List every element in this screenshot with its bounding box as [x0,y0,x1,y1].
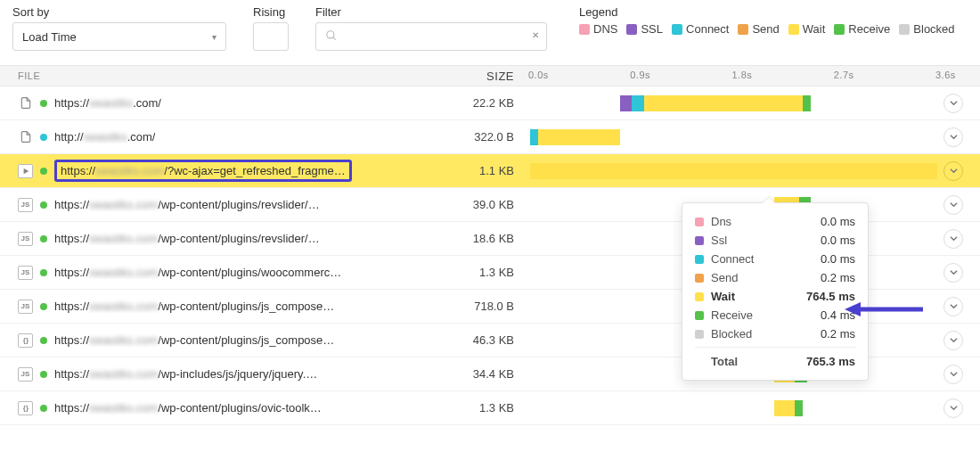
timeline-tick: 1.8s [732,70,753,80]
timing-segment [620,95,633,111]
annotation-arrow [845,299,925,323]
cell-file: { }https://swastiks.com/wp-content/plugi… [0,333,374,348]
filter-text[interactable] [343,29,537,45]
expand-button[interactable] [943,398,963,418]
tooltip-row: Dns0.0 ms [695,212,855,231]
request-url[interactable]: https://swastiks.com/wp-content/plugins/… [54,300,334,313]
svg-point-0 [327,30,334,37]
status-dot [40,269,47,276]
expand-button[interactable] [943,94,963,113]
header-file[interactable]: FILE [0,70,374,81]
cell-file: JShttps://swastiks.com/wp-includes/js/jq… [0,367,374,382]
search-icon [325,29,338,45]
cell-expand [937,331,980,350]
legend-row: DNSSSLConnectSendWaitReceiveBlocked [579,22,955,36]
status-dot [40,303,47,310]
timing-segment [803,95,811,111]
tooltip-row: Receive0.4 ms [695,306,855,324]
request-url[interactable]: https://swastiks.com/?wc-ajax=get_refres… [54,160,352,182]
rows-container: https://swastiks.com/22.2 KBhttp://swast… [0,86,980,425]
table-row[interactable]: https://swastiks.com/22.2 KB [0,86,980,120]
status-dot [40,201,47,209]
expand-button[interactable] [943,195,963,215]
filter-group: Filter ✕ [315,5,547,51]
tooltip-total-row: Total765.3 ms [695,347,855,371]
tooltip-swatch [695,255,704,264]
legend-item: Wait [788,22,826,36]
tooltip-swatch [695,292,704,301]
legend-group: Legend DNSSSLConnectSendWaitReceiveBlock… [579,5,955,36]
cell-size: 18.6 KB [374,232,530,245]
svg-marker-4 [845,302,861,316]
document-icon [18,130,33,144]
js-icon: JS [18,266,33,280]
request-url[interactable]: https://swastiks.com/wp-content/plugins/… [54,333,334,347]
timing-segment [530,163,937,179]
cell-size: 39.0 KB [374,198,530,211]
request-url[interactable]: http://swastiks.com/ [54,130,155,144]
tooltip-value: 0.0 ms [821,215,855,228]
table-row[interactable]: { }https://swastiks.com/wp-content/plugi… [0,391,980,425]
expand-button[interactable] [943,365,963,384]
request-url[interactable]: https://swastiks.com/ [54,96,161,110]
legend-text: Blocked [913,22,954,36]
request-url[interactable]: https://swastiks.com/wp-content/plugins/… [54,198,320,211]
table-row[interactable]: http://swastiks.com/322.0 B [0,120,980,154]
expand-button[interactable] [943,331,963,350]
cell-waterfall [530,391,937,424]
cell-expand [937,195,980,215]
waterfall-table: FILE SIZE 0.0s0.9s1.8s2.7s3.6s https://s… [0,65,980,425]
legend-swatch [672,24,682,35]
cell-size: 22.2 KB [374,96,530,110]
tooltip-name: Blocked [711,327,752,341]
legend-item: Receive [834,22,890,36]
rising-label: Rising [253,5,289,19]
request-url[interactable]: https://swastiks.com/wp-content/plugins/… [54,266,341,279]
legend-item: Blocked [899,22,954,36]
timeline-tick: 2.7s [834,70,854,80]
sort-by-label: Sort by [12,5,226,19]
status-dot [40,405,47,412]
sort-by-group: Sort by Load Time ▾ [12,5,226,51]
legend-swatch [738,24,748,35]
cell-expand [937,263,980,283]
cell-file: https://swastiks.com/ [0,96,374,111]
legend-swatch [899,24,910,35]
cell-expand [937,398,980,418]
timing-segment [538,129,619,145]
expand-button[interactable] [943,229,963,249]
cell-file: { }https://swastiks.com/wp-content/plugi… [0,401,374,415]
clear-icon[interactable]: ✕ [532,30,539,40]
request-url[interactable]: https://swastiks.com/wp-content/plugins/… [54,232,320,245]
tooltip-value: 0.2 ms [821,327,855,341]
tooltip-total-value: 765.3 ms [806,355,855,368]
timing-segment [530,129,538,145]
table-row[interactable]: https://swastiks.com/?wc-ajax=get_refres… [0,154,980,188]
expand-button[interactable] [943,127,963,147]
timeline-tick: 0.9s [630,70,650,80]
cell-size: 46.3 KB [374,333,530,347]
js-icon: JS [18,367,33,382]
header-size[interactable]: SIZE [374,70,530,83]
expand-button[interactable] [943,263,963,283]
cell-size: 718.0 B [374,300,530,313]
expand-button[interactable] [943,297,963,316]
cell-expand [937,365,980,384]
request-url[interactable]: https://swastiks.com/wp-includes/js/jque… [54,367,317,381]
cell-size: 34.4 KB [374,367,530,381]
xhr-icon [18,164,33,178]
tooltip-swatch [695,311,704,320]
timing-segment [632,95,644,111]
cell-expand [937,94,980,113]
document-icon [18,96,33,111]
tooltip-value: 0.0 ms [821,234,855,247]
cell-size: 1.3 KB [374,266,530,279]
expand-button[interactable] [943,161,963,181]
tooltip-value: 0.0 ms [821,252,855,266]
sort-by-select[interactable]: Load Time ▾ [12,22,226,51]
cell-expand [937,127,980,147]
filter-input[interactable]: ✕ [315,22,547,51]
cell-file: JShttps://swastiks.com/wp-content/plugin… [0,198,374,212]
request-url[interactable]: https://swastiks.com/wp-content/plugins/… [54,401,322,415]
rising-toggle[interactable] [253,22,289,51]
